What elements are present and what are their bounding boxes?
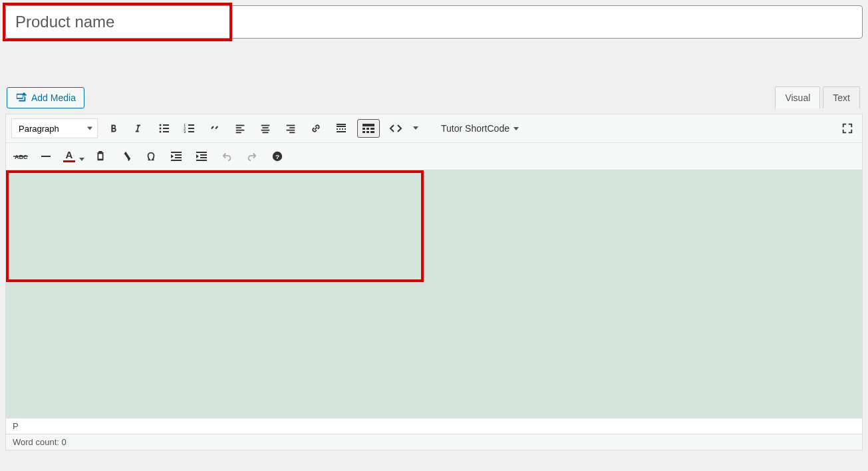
svg-rect-20: [263, 132, 269, 133]
redo-button[interactable]: [243, 147, 261, 166]
svg-rect-21: [287, 125, 295, 126]
code-button[interactable]: [386, 119, 405, 138]
fullscreen-button[interactable]: [838, 119, 857, 138]
svg-point-1: [160, 124, 162, 126]
add-media-button[interactable]: Add Media: [7, 87, 84, 108]
add-media-label: Add Media: [31, 92, 76, 103]
svg-rect-34: [366, 128, 369, 130]
tab-visual[interactable]: Visual: [775, 86, 820, 108]
toolbar-row-2: ABC A ?: [6, 143, 862, 170]
bold-button[interactable]: [104, 119, 123, 138]
svg-rect-2: [163, 124, 169, 126]
svg-rect-10: [188, 128, 194, 129]
svg-rect-44: [98, 154, 102, 158]
editor-content-area[interactable]: [6, 170, 862, 418]
media-icon: [15, 92, 27, 104]
title-region: [5, 5, 863, 39]
svg-rect-51: [200, 157, 207, 158]
svg-point-0: [23, 92, 25, 95]
svg-rect-31: [337, 131, 346, 132]
chevron-down-icon: [513, 127, 519, 130]
text-color-icon: A: [62, 150, 76, 162]
svg-rect-46: [175, 154, 182, 156]
svg-rect-41: [41, 156, 51, 157]
read-more-button[interactable]: [332, 119, 351, 138]
svg-rect-38: [370, 131, 374, 133]
svg-rect-15: [236, 130, 245, 131]
svg-rect-14: [236, 127, 241, 128]
strikethrough-button[interactable]: ABC: [11, 147, 30, 166]
annotation-highlight-content: [6, 170, 424, 282]
svg-rect-26: [337, 126, 346, 127]
special-character-button[interactable]: [142, 147, 160, 166]
svg-rect-28: [339, 128, 341, 130]
undo-button[interactable]: [217, 147, 236, 166]
svg-rect-36: [362, 131, 365, 133]
svg-rect-13: [236, 125, 245, 126]
svg-point-3: [160, 128, 162, 130]
format-select[interactable]: Paragraph: [11, 118, 98, 138]
svg-rect-8: [188, 124, 194, 126]
svg-rect-35: [370, 128, 374, 130]
blockquote-button[interactable]: [206, 119, 224, 138]
numbered-list-button[interactable]: 123: [180, 119, 199, 138]
svg-rect-27: [337, 128, 338, 130]
format-select-wrap: Paragraph: [11, 118, 98, 138]
svg-rect-47: [175, 157, 182, 158]
svg-rect-52: [196, 160, 207, 161]
toolbar-row-1: Paragraph 123 Tutor ShortCode: [6, 114, 862, 143]
clear-formatting-button[interactable]: [116, 147, 135, 166]
outdent-button[interactable]: [167, 147, 186, 166]
svg-rect-4: [163, 128, 169, 129]
editor-block: Add Media Visual Text Paragraph 123: [5, 86, 863, 450]
svg-rect-6: [163, 131, 169, 132]
svg-rect-17: [261, 125, 270, 126]
align-center-button[interactable]: [256, 119, 275, 138]
svg-text:3: 3: [184, 130, 186, 134]
svg-point-5: [160, 131, 162, 133]
italic-button[interactable]: [130, 119, 148, 138]
align-left-button[interactable]: [231, 119, 249, 138]
tutor-shortcode-button[interactable]: Tutor ShortCode: [437, 120, 523, 136]
svg-rect-19: [261, 130, 270, 131]
toolbar-toggle-button[interactable]: [357, 119, 380, 138]
text-color-dropdown-icon[interactable]: [79, 158, 84, 161]
svg-rect-22: [289, 127, 295, 128]
svg-rect-18: [263, 127, 269, 128]
svg-rect-29: [342, 128, 343, 130]
code-dropdown-icon[interactable]: [413, 126, 418, 130]
tab-text[interactable]: Text: [823, 86, 860, 108]
bullet-list-button[interactable]: [155, 119, 174, 138]
svg-rect-16: [236, 132, 241, 133]
svg-rect-49: [196, 152, 207, 153]
link-button[interactable]: [307, 119, 325, 138]
align-right-button[interactable]: [281, 119, 300, 138]
svg-rect-24: [289, 132, 295, 133]
svg-rect-37: [366, 131, 369, 133]
editor-tabs: Visual Text: [775, 86, 860, 108]
indent-button[interactable]: [192, 147, 211, 166]
svg-rect-50: [200, 154, 207, 156]
svg-rect-33: [362, 128, 365, 130]
word-count-bar: Word count: 0: [6, 434, 862, 450]
text-color-button[interactable]: A: [62, 150, 84, 162]
help-button[interactable]: ?: [268, 147, 287, 166]
svg-rect-43: [98, 151, 102, 153]
svg-text:?: ?: [275, 153, 279, 160]
svg-rect-25: [337, 124, 346, 125]
paste-text-button[interactable]: [91, 147, 110, 166]
svg-rect-23: [287, 130, 295, 131]
svg-rect-48: [171, 160, 182, 161]
element-path-bar: P: [6, 418, 862, 434]
svg-rect-45: [171, 152, 182, 153]
toolbar-container: Paragraph 123 Tutor ShortCode AB: [5, 114, 863, 450]
horizontal-rule-button[interactable]: [37, 147, 55, 166]
svg-rect-12: [188, 131, 194, 132]
svg-text:ABC: ABC: [15, 154, 28, 160]
svg-rect-32: [362, 124, 374, 126]
product-name-input[interactable]: [5, 5, 863, 39]
editor-header: Add Media Visual Text: [5, 86, 863, 114]
svg-rect-30: [345, 128, 346, 130]
tutor-shortcode-label: Tutor ShortCode: [441, 123, 509, 134]
